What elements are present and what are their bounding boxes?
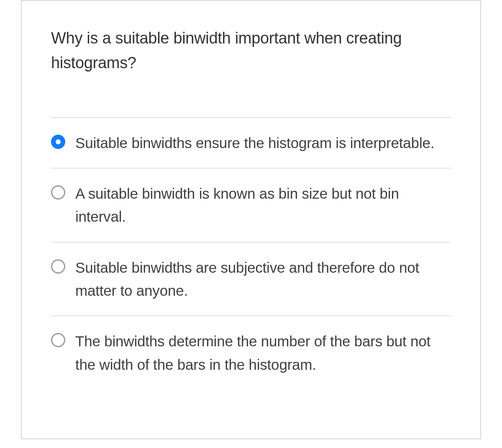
question-card: Why is a suitable binwidth important whe… — [21, 0, 481, 439]
option-2[interactable]: Suitable binwidths are subjective and th… — [51, 242, 451, 316]
radio-unselected-icon — [51, 185, 65, 200]
radio-button-3[interactable] — [51, 333, 65, 347]
option-3[interactable]: The binwidths determine the number of th… — [51, 315, 451, 380]
option-0[interactable]: Suitable binwidths ensure the histogram … — [51, 117, 451, 168]
radio-unselected-icon — [51, 259, 65, 274]
option-label-3: The binwidths determine the number of th… — [75, 330, 451, 376]
radio-unselected-icon — [51, 333, 65, 347]
option-label-2: Suitable binwidths are subjective and th… — [75, 256, 451, 302]
radio-button-1[interactable] — [51, 185, 65, 200]
radio-button-0[interactable] — [51, 135, 65, 149]
option-1[interactable]: A suitable binwidth is known as bin size… — [51, 168, 451, 242]
radio-button-2[interactable] — [51, 259, 65, 274]
options-list: Suitable binwidths ensure the histogram … — [51, 117, 451, 380]
option-label-1: A suitable binwidth is known as bin size… — [75, 182, 451, 228]
option-label-0: Suitable binwidths ensure the histogram … — [75, 131, 434, 154]
question-prompt: Why is a suitable binwidth important whe… — [51, 26, 451, 75]
radio-selected-icon — [51, 135, 65, 149]
